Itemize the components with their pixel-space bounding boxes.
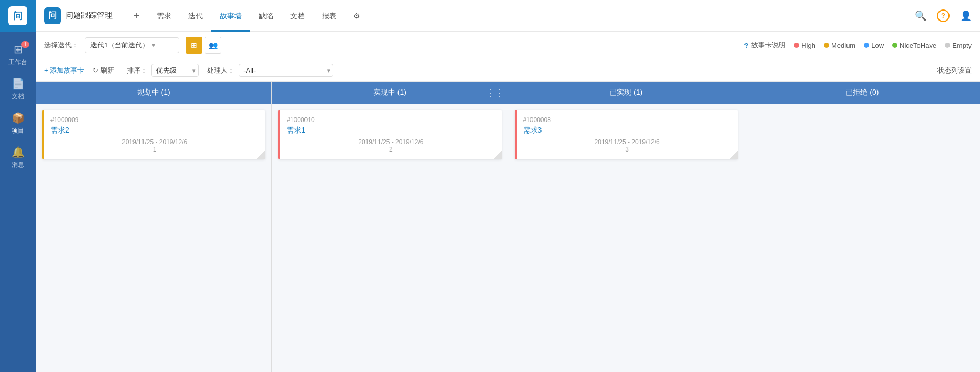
iteration-value: 迭代1（当前迭代） <box>90 41 149 50</box>
header-area: 选择迭代： 迭代1（当前迭代） ▾ ⊞ 👥 ? 故事卡说明 <box>36 32 980 82</box>
kanban-cards-implemented: #1000008 需求3 2019/11/25 - 2019/12/6 3 <box>508 104 744 372</box>
card-date: 2019/11/25 - 2019/12/6 3 <box>523 138 731 153</box>
column-title-rejected: 已拒绝 (0) <box>845 88 879 96</box>
topnav-app-icon: 问 <box>44 7 61 24</box>
card-id: #1000008 <box>523 116 731 124</box>
sidebar-item-label-workbench: 工作台 <box>8 58 27 67</box>
view-grid-button[interactable]: ⊞ <box>186 37 202 54</box>
kanban-board: 规划中 (1) #1000009 需求2 2019/11/25 - 2019/1… <box>36 82 980 372</box>
kanban-cards-rejected <box>744 104 980 372</box>
kanban-header-planning: 规划中 (1) <box>36 82 271 104</box>
logo-text: 问 <box>13 9 23 22</box>
people-icon: 👥 <box>209 41 218 49</box>
sidebar: 问 ⊞ 工作台 1 📄 文档 📦 项目 🔔 消息 <box>0 0 36 372</box>
view-people-button[interactable]: 👥 <box>205 37 221 54</box>
sort-label: 排序： <box>127 66 147 75</box>
kanban-column-implemented: 已实现 (1) #1000008 需求3 2019/11/25 - 2019/1… <box>508 82 744 372</box>
add-story-button[interactable]: + 添加故事卡 <box>44 66 84 75</box>
status-settings-button[interactable]: 状态列设置 <box>937 66 972 75</box>
kanban-header-implemented: 已实现 (1) <box>508 82 744 104</box>
search-icon[interactable]: 🔍 <box>915 10 926 22</box>
topnav: 问 问题跟踪管理 + 需求 迭代 故事墙 缺陷 文档 报表 ⚙ 🔍 ? 👤 <box>36 0 980 32</box>
chevron-down-icon: ▾ <box>152 42 155 49</box>
sort-area: 排序： 优先级 创建时间 更新时间 <box>127 64 199 77</box>
card-title: 需求3 <box>523 126 731 135</box>
nav-requirements[interactable]: 需求 <box>148 0 180 32</box>
sidebar-nav: ⊞ 工作台 1 📄 文档 📦 项目 🔔 消息 <box>0 37 36 174</box>
refresh-button[interactable]: ↻ 刷新 <box>93 66 114 75</box>
app-logo: 问 <box>0 0 36 32</box>
card-corner <box>257 151 265 159</box>
topnav-nav: + 需求 迭代 故事墙 缺陷 文档 报表 ⚙ <box>125 0 915 32</box>
help-icon[interactable]: ? <box>937 9 950 22</box>
card-title: 需求1 <box>287 126 495 135</box>
sidebar-item-docs[interactable]: 📄 文档 <box>0 71 36 105</box>
kanban-column-planning: 规划中 (1) #1000009 需求2 2019/11/25 - 2019/1… <box>36 82 272 372</box>
nav-iteration[interactable]: 迭代 <box>180 0 211 32</box>
card-explanation: ? 故事卡说明 <box>744 41 785 50</box>
legend-empty: Empty <box>945 42 972 49</box>
table-row[interactable]: #1000010 需求1 2019/11/25 - 2019/12/6 2 <box>278 110 501 159</box>
handler-label: 处理人： <box>207 66 234 75</box>
header-row1: 选择迭代： 迭代1（当前迭代） ▾ ⊞ 👥 ? 故事卡说明 <box>36 32 980 59</box>
nicetohave-label: NiceToHave <box>900 42 936 49</box>
add-button[interactable]: + <box>125 0 148 32</box>
empty-label: Empty <box>952 42 972 49</box>
topnav-right: 🔍 ? 👤 <box>915 9 972 22</box>
kanban-header-implementing: 实现中 (1) ⋮⋮ <box>272 82 507 104</box>
legend-bar: High Medium Low NiceToHave <box>794 42 972 49</box>
nav-defects[interactable]: 缺陷 <box>250 0 282 32</box>
column-title-implemented: 已实现 (1) <box>609 88 642 96</box>
table-row[interactable]: #1000009 需求2 2019/11/25 - 2019/12/6 1 <box>42 110 265 159</box>
kanban-column-rejected: 已拒绝 (0) <box>744 82 980 372</box>
refresh-label: 刷新 <box>100 66 114 75</box>
handler-select[interactable]: -All- 张三 李四 <box>239 64 333 77</box>
user-icon[interactable]: 👤 <box>960 10 972 22</box>
main-area: 问 问题跟踪管理 + 需求 迭代 故事墙 缺陷 文档 报表 ⚙ 🔍 ? 👤 选择… <box>36 0 980 372</box>
card-corner <box>729 151 738 159</box>
sidebar-item-workbench[interactable]: ⊞ 工作台 1 <box>0 37 36 71</box>
nav-settings[interactable]: ⚙ <box>345 0 369 32</box>
empty-dot <box>945 43 950 48</box>
app-title-area: 问 问题跟踪管理 <box>44 7 113 24</box>
nav-docs[interactable]: 文档 <box>282 0 313 32</box>
sidebar-item-label-messages: 消息 <box>12 160 24 169</box>
high-dot <box>794 43 799 48</box>
handler-area: 处理人： -All- 张三 李四 <box>207 64 333 77</box>
medium-dot <box>824 43 829 48</box>
card-corner <box>493 151 502 159</box>
medium-label: Medium <box>831 42 855 49</box>
filter-bar: + 添加故事卡 ↻ 刷新 排序： 优先级 创建时间 更新时间 处理人： <box>36 59 980 81</box>
kanban-cards-implementing: #1000010 需求1 2019/11/25 - 2019/12/6 2 <box>272 104 507 372</box>
messages-icon: 🔔 <box>12 146 25 158</box>
nav-reports[interactable]: 报表 <box>313 0 345 32</box>
projects-icon: 📦 <box>12 112 25 124</box>
sort-select[interactable]: 优先级 创建时间 更新时间 <box>151 64 199 77</box>
refresh-icon: ↻ <box>93 66 98 74</box>
logo-box: 问 <box>8 6 27 25</box>
iteration-selector[interactable]: 迭代1（当前迭代） ▾ <box>85 37 179 53</box>
sidebar-item-label-docs: 文档 <box>12 92 24 101</box>
sidebar-item-label-projects: 项目 <box>12 126 24 135</box>
nav-storywall[interactable]: 故事墙 <box>211 0 250 32</box>
card-date: 2019/11/25 - 2019/12/6 1 <box>50 138 259 153</box>
card-explanation-label: 故事卡说明 <box>751 41 785 50</box>
nicetohave-dot <box>892 43 897 48</box>
kanban-cards-planning: #1000009 需求2 2019/11/25 - 2019/12/6 1 <box>36 104 271 372</box>
topnav-logo-text: 问 <box>48 10 57 21</box>
kanban-header-rejected: 已拒绝 (0) <box>744 82 980 104</box>
docs-icon: 📄 <box>12 77 25 90</box>
column-title-implementing: 实现中 (1) <box>373 88 406 96</box>
legend-high: High <box>794 42 815 49</box>
card-title: 需求2 <box>50 126 259 135</box>
sort-select-wrapper: 优先级 创建时间 更新时间 <box>151 64 199 77</box>
question-icon: ? <box>744 42 748 49</box>
column-dots-icon: ⋮⋮ <box>486 87 504 98</box>
topnav-app-name: 问题跟踪管理 <box>65 11 113 21</box>
table-row[interactable]: #1000008 需求3 2019/11/25 - 2019/12/6 3 <box>515 110 738 159</box>
card-id: #1000010 <box>287 116 495 124</box>
legend-nicetohave: NiceToHave <box>892 42 936 49</box>
grid-icon: ⊞ <box>191 41 197 49</box>
sidebar-item-messages[interactable]: 🔔 消息 <box>0 139 36 174</box>
sidebar-item-projects[interactable]: 📦 项目 <box>0 105 36 139</box>
